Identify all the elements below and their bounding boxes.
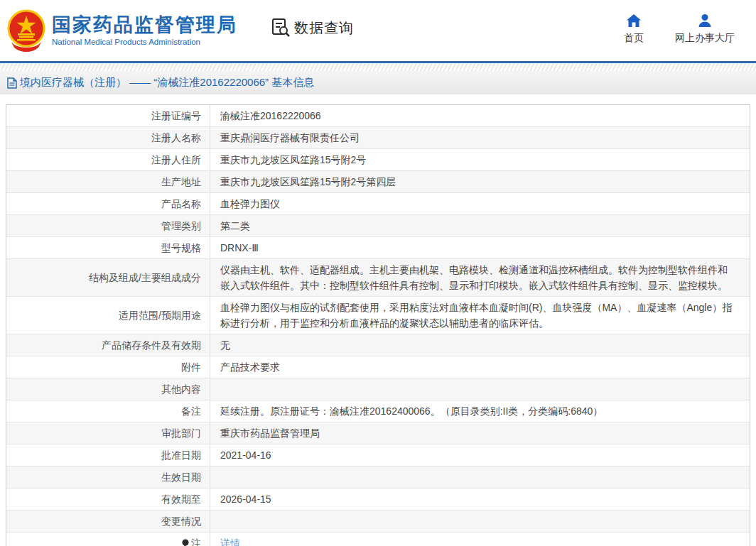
data-query-label: 数据查询: [294, 18, 354, 38]
national-emblem-icon: [7, 9, 45, 52]
nav-online-hall[interactable]: 网上办事大厅: [675, 13, 735, 45]
row-label: 有效期至: [6, 488, 210, 510]
row-value: 重庆市九龙坡区凤笙路15号附2号: [210, 149, 750, 170]
row-label-text: 管理类别: [161, 218, 201, 234]
row-label: 产品储存条件及有效期: [6, 334, 210, 356]
row-label: 备注: [6, 400, 210, 422]
row-label: 审批部门: [6, 422, 210, 444]
row-value-text: 延续注册。原注册证号：渝械注准20162400066。（原目录类别:II类，分类…: [220, 403, 603, 419]
row-value-text: 重庆市九龙坡区凤笙路15号附2号: [220, 152, 366, 168]
row-value-text: 第二类: [220, 218, 250, 234]
table-row: 结构及组成/主要组成成分 仪器由主机、软件、适配器组成。主机主要由机架、电路模块…: [6, 259, 750, 297]
breadcrumb: 境内医疗器械（注册） —— “渝械注准20162220066” 基本信息: [0, 71, 756, 94]
table-row: 生产地址 重庆市九龙坡区凤笙路15号附2号第四层: [6, 171, 750, 193]
row-label-text: 备注: [181, 403, 201, 419]
row-label-text: 变更情况: [161, 513, 201, 529]
detail-link[interactable]: 详情: [220, 535, 240, 546]
row-value-text: 2026-04-15: [220, 491, 271, 507]
table-row: 注册证编号 渝械注准20162220066: [6, 105, 750, 127]
row-value: [210, 510, 750, 532]
row-label-text: 批准日期: [161, 447, 201, 463]
row-label-text: 生产地址: [161, 174, 201, 190]
row-label-text: 注册人住所: [151, 152, 201, 168]
row-value: [210, 466, 750, 488]
row-value-text: 血栓弹力图仪: [220, 196, 280, 212]
home-icon: [626, 13, 642, 28]
table-row: 注 详情: [6, 533, 750, 546]
row-label: 其他内容: [6, 378, 210, 400]
table-row: 注册人住所 重庆市九龙坡区凤笙路15号附2号: [6, 149, 750, 171]
note-balloon-icon: [181, 538, 190, 546]
row-value-text: DRNX-Ⅲ: [220, 240, 259, 256]
row-label: 结构及组成/主要组成成分: [6, 259, 210, 296]
row-value: 重庆市药品监督管理局: [210, 422, 750, 444]
row-label-text: 其他内容: [161, 381, 201, 397]
row-value: 重庆鼎润医疗器械有限责任公司: [210, 127, 750, 148]
nav-home-label: 首页: [624, 32, 644, 45]
row-label-text: 结构及组成/主要组成成分: [89, 270, 201, 285]
org-subtitle: National Medical Products Administration: [52, 37, 237, 48]
row-value-text: 产品技术要求: [220, 359, 280, 375]
row-label: 注册人名称: [6, 127, 210, 148]
row-label-text: 注: [191, 535, 201, 546]
page-title: 境内医疗器械（注册） —— “渝械注准20162220066” 基本信息: [20, 76, 314, 89]
row-value-text: 重庆市药品监督管理局: [220, 425, 320, 441]
row-value: 详情: [210, 533, 750, 546]
row-label: 管理类别: [6, 215, 210, 236]
row-value: 血栓弹力图仪与相应的试剂配套使用，采用粘度法对血液样本血凝时间(R)、血块强度（…: [210, 297, 750, 334]
nav-home[interactable]: 首页: [624, 13, 644, 45]
row-label-text: 产品储存条件及有效期: [102, 337, 201, 353]
table-row: 批准日期 2021-04-16: [6, 444, 750, 466]
row-label-text: 适用范围/预期用途: [119, 307, 201, 323]
row-value-text: 无: [220, 337, 230, 353]
header-nav: 首页 网上办事大厅: [624, 13, 746, 45]
table-row: 管理类别 第二类: [6, 215, 750, 237]
row-value: 渝械注准20162220066: [210, 105, 750, 126]
table-row: 生效日期: [6, 466, 750, 488]
org-title: 国家药品监督管理局: [52, 14, 237, 36]
org-names: 国家药品监督管理局 National Medical Products Admi…: [52, 14, 237, 48]
row-label-text: 附件: [181, 359, 201, 375]
row-label: 注册人住所: [6, 149, 210, 170]
row-label-text: 生效日期: [161, 469, 201, 485]
row-label-text: 型号规格: [161, 240, 201, 256]
row-value: 延续注册。原注册证号：渝械注准20162400066。（原目录类别:II类，分类…: [210, 400, 750, 422]
row-label: 注册证编号: [6, 105, 210, 126]
table-row: 注册人名称 重庆鼎润医疗器械有限责任公司: [6, 127, 750, 149]
table-row: 其他内容: [6, 378, 750, 400]
document-icon: [7, 77, 17, 89]
row-value-text: 2021-04-16: [220, 447, 271, 463]
table-row: 型号规格 DRNX-Ⅲ: [6, 237, 750, 259]
row-label-text: 产品名称: [161, 196, 201, 212]
row-label: 批准日期: [6, 444, 210, 466]
row-value-text: 重庆鼎润医疗器械有限责任公司: [220, 130, 360, 146]
info-table: 注册证编号 渝械注准20162220066 注册人名称 重庆鼎润医疗器械有限责任…: [6, 104, 750, 546]
row-value: 第二类: [210, 215, 750, 236]
row-value: 2021-04-16: [210, 444, 750, 466]
row-label: 生产地址: [6, 171, 210, 192]
row-value: 无: [210, 334, 750, 356]
row-value-text: 重庆市九龙坡区凤笙路15号附2号第四层: [220, 174, 396, 190]
row-label: 注: [6, 533, 210, 546]
row-label: 变更情况: [6, 510, 210, 532]
site-header: 国家药品监督管理局 National Medical Products Admi…: [0, 0, 756, 61]
table-row: 附件 产品技术要求: [6, 356, 750, 378]
nmpa-logo: 国家药品监督管理局 National Medical Products Admi…: [7, 9, 237, 52]
row-label: 生效日期: [6, 466, 210, 488]
nav-online-hall-label: 网上办事大厅: [675, 32, 735, 45]
row-value: [210, 378, 750, 400]
row-value-text: 仪器由主机、软件、适配器组成。主机主要由机架、电路模块、检测通道和温控杯槽组成。…: [220, 262, 737, 293]
person-icon: [697, 13, 713, 28]
row-label: 产品名称: [6, 193, 210, 214]
table-row: 有效期至 2026-04-15: [6, 488, 750, 510]
row-label-text: 注册人名称: [151, 130, 201, 146]
row-label-text: 审批部门: [161, 425, 201, 441]
row-label-text: 有效期至: [161, 491, 201, 507]
row-label: 型号规格: [6, 237, 210, 258]
table-row: 审批部门 重庆市药品监督管理局: [6, 422, 750, 444]
row-value: DRNX-Ⅲ: [210, 237, 750, 258]
table-row: 产品储存条件及有效期 无: [6, 334, 750, 356]
row-value: 仪器由主机、软件、适配器组成。主机主要由机架、电路模块、检测通道和温控杯槽组成。…: [210, 259, 750, 296]
row-label: 适用范围/预期用途: [6, 297, 210, 334]
data-query-icon: [270, 17, 291, 38]
